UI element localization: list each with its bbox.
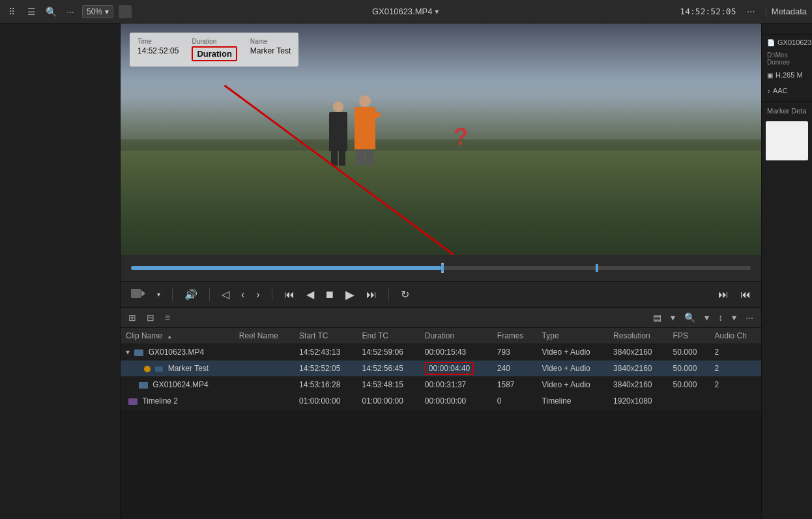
frames-cell: 793 bbox=[492, 344, 537, 361]
end-tc-cell: 01:00:00:00 bbox=[356, 393, 419, 409]
tbar-sort-dropdown[interactable]: ▾ bbox=[729, 311, 739, 324]
table-row[interactable]: Marker Test 14:52:52:05 14:52:56:45 00:0… bbox=[121, 361, 761, 377]
clip-icon bbox=[134, 349, 143, 356]
video-icon: ▣ bbox=[767, 72, 773, 79]
list-icon[interactable]: ☰ bbox=[25, 5, 38, 18]
file-name-display: GX010623.MP4 ▾ bbox=[372, 7, 440, 16]
info-overlay: Time 14:52:52:05 Duration Duration Name … bbox=[130, 33, 298, 67]
prev-frame-btn[interactable]: ◁ bbox=[219, 287, 232, 302]
table-toolbar: ⊞ ⊟ ≡ ▤ ▾ 🔍 ▾ ↕ ▾ ··· bbox=[121, 307, 761, 328]
resolution-cell: 3840x2160 bbox=[608, 344, 668, 361]
th-frames[interactable]: Frames bbox=[492, 328, 537, 344]
tbar-more-btn[interactable]: ··· bbox=[743, 311, 756, 324]
skip-end-btn[interactable]: ⏭ bbox=[364, 288, 379, 302]
th-duration[interactable]: Duration bbox=[420, 328, 492, 344]
type-cell: Timeline bbox=[537, 393, 608, 409]
clip-icon bbox=[155, 366, 163, 372]
clip-btn[interactable] bbox=[128, 288, 148, 302]
table-header-row: Clip Name ▲ Reel Name Start TC End TC Du… bbox=[121, 328, 761, 344]
th-audio-ch[interactable]: Audio Ch bbox=[710, 328, 761, 344]
audio-cell bbox=[710, 393, 761, 409]
topbar-more-btn[interactable]: ··· bbox=[746, 6, 755, 18]
sep1 bbox=[172, 288, 173, 301]
th-start-tc[interactable]: Start TC bbox=[294, 328, 356, 344]
right-metadata-panel: 📄 GX010623.M D:\Mes Donnee ▣ H.265 M ♪ A… bbox=[761, 23, 812, 519]
search-icon[interactable]: 🔍 bbox=[44, 5, 57, 18]
right-panel-detail-box bbox=[766, 121, 808, 160]
table-row[interactable]: GX010624.MP4 14:53:16:28 14:53:48:15 00:… bbox=[121, 377, 761, 393]
table-row[interactable]: ▾ GX010623.MP4 14:52:43:13 14:52:59:06 0… bbox=[121, 344, 761, 361]
play-btn[interactable]: ▶ bbox=[343, 286, 357, 303]
svg-rect-1 bbox=[131, 289, 141, 298]
right-panel-filename: 📄 GX010623.M bbox=[762, 35, 812, 50]
loop-btn[interactable]: ↻ bbox=[398, 287, 412, 302]
th-type[interactable]: Type bbox=[537, 328, 608, 344]
audio-icon: ♪ bbox=[767, 87, 770, 95]
step-back-btn[interactable]: ‹ bbox=[239, 288, 247, 302]
audio-cell: 2 bbox=[710, 344, 761, 361]
grid-icon[interactable]: ⠿ bbox=[5, 5, 18, 18]
expand-arrow[interactable]: ▾ bbox=[126, 348, 130, 357]
frames-cell: 240 bbox=[492, 361, 537, 377]
top-bar-center: GX010623.MP4 ▾ bbox=[137, 7, 674, 16]
right-panel-title bbox=[762, 23, 812, 35]
top-bar: ⠿ ☰ 🔍 ··· 50% ▾ GX010623.MP4 ▾ 14:52:52:… bbox=[0, 0, 812, 23]
tbar-search-dropdown[interactable]: ▾ bbox=[702, 311, 712, 324]
tbar-sort-icon[interactable]: ↕ bbox=[716, 311, 725, 324]
playback-controls: ▾ 🔊 ◁ ‹ › ⏮ ◀ ■ ▶ ⏭ ↻ ⏭ ⏮ bbox=[121, 281, 761, 307]
name-label: Name bbox=[250, 38, 291, 45]
playhead-indicator bbox=[441, 264, 444, 272]
tbar-grid2-icon[interactable]: ⊟ bbox=[144, 311, 157, 324]
right-panel-codec1: ▣ H.265 M bbox=[762, 67, 812, 83]
duration-cell: 00:00:31:37 bbox=[420, 377, 492, 393]
duration-highlight: 00:00:04:40 bbox=[425, 362, 474, 375]
tbar-grid-icon[interactable]: ⊞ bbox=[126, 311, 139, 324]
stop-btn[interactable]: ■ bbox=[323, 286, 336, 303]
tbar-list-icon[interactable]: ≡ bbox=[162, 311, 173, 324]
duration-cell-highlighted: 00:00:04:40 bbox=[420, 361, 492, 377]
right-file-icon: 📄 bbox=[767, 39, 775, 46]
type-cell: Video + Audio bbox=[537, 361, 608, 377]
info-time-col: Time 14:52:52:05 bbox=[138, 38, 179, 61]
clip-name-cell: GX010624.MP4 bbox=[121, 377, 234, 393]
start-tc-cell: 14:52:43:13 bbox=[294, 344, 356, 361]
more-icon[interactable]: ··· bbox=[64, 5, 77, 18]
reel-cell bbox=[234, 361, 294, 377]
duration-cell: 00:00:00:00 bbox=[420, 393, 492, 409]
next-clip-btn[interactable]: ⏭ bbox=[716, 288, 731, 302]
marker-indicator bbox=[596, 264, 598, 272]
reel-cell bbox=[234, 377, 294, 393]
progress-area[interactable] bbox=[131, 266, 751, 270]
tbar-layout-dropdown[interactable]: ▾ bbox=[668, 311, 678, 324]
step-fwd-btn[interactable]: › bbox=[254, 288, 262, 302]
tbar-search-icon[interactable]: 🔍 bbox=[682, 311, 698, 324]
timecode-display: 14:52:52:05 bbox=[680, 7, 736, 16]
th-reel-name[interactable]: Reel Name bbox=[234, 328, 294, 344]
right-panel-marker-section: Marker Deta bbox=[762, 101, 812, 117]
view-btn[interactable] bbox=[119, 5, 132, 18]
sep3 bbox=[272, 288, 272, 301]
video-area[interactable]: ? Time 14:52:52:05 Duration Duration Nam… bbox=[121, 23, 761, 255]
frames-cell: 1587 bbox=[492, 377, 537, 393]
volume-btn[interactable]: 🔊 bbox=[182, 287, 200, 302]
play-back-btn[interactable]: ◀ bbox=[304, 287, 317, 302]
th-fps[interactable]: FPS bbox=[668, 328, 710, 344]
clip-table: Clip Name ▲ Reel Name Start TC End TC Du… bbox=[121, 328, 761, 409]
th-clip-name[interactable]: Clip Name ▲ bbox=[121, 328, 234, 344]
zoom-control[interactable]: 50% ▾ bbox=[82, 5, 113, 18]
th-end-tc[interactable]: End TC bbox=[356, 328, 419, 344]
progress-fill bbox=[131, 266, 441, 270]
progress-track[interactable] bbox=[131, 266, 751, 270]
reel-cell bbox=[234, 393, 294, 409]
start-tc-cell: 01:00:00:00 bbox=[294, 393, 356, 409]
audio-cell: 2 bbox=[710, 377, 761, 393]
clip-dropdown-btn[interactable]: ▾ bbox=[154, 289, 163, 299]
prev-clip-btn[interactable]: ⏮ bbox=[738, 288, 753, 302]
dropdown-arrow[interactable]: ▾ bbox=[435, 7, 439, 16]
table-row[interactable]: Timeline 2 01:00:00:00 01:00:00:00 00:00… bbox=[121, 393, 761, 409]
th-resolution[interactable]: Resolution bbox=[608, 328, 668, 344]
tbar-layout-icon[interactable]: ▤ bbox=[650, 311, 664, 324]
audio-cell: 2 bbox=[710, 361, 761, 377]
skip-start-btn[interactable]: ⏮ bbox=[282, 288, 297, 302]
zoom-arrow: ▾ bbox=[105, 7, 109, 16]
